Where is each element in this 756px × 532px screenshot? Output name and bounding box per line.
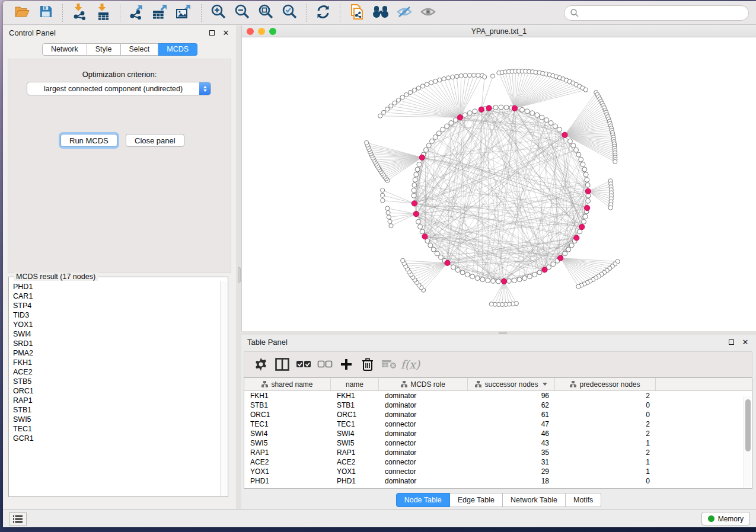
mcds-result-item[interactable]: YOX1 [13, 320, 219, 329]
leaf-node[interactable] [408, 90, 412, 94]
select-all-columns-button[interactable] [293, 354, 314, 374]
table-cell[interactable]: connector [379, 467, 468, 476]
table-cell[interactable]: YOX1 [244, 467, 331, 476]
mcds-result-item[interactable]: STB5 [13, 377, 219, 386]
ring-node[interactable] [455, 268, 460, 273]
zoom-in-button[interactable] [208, 4, 228, 23]
ring-node[interactable] [486, 278, 490, 283]
table-cell[interactable]: 0 [555, 400, 656, 410]
leaf-node[interactable] [381, 110, 385, 114]
leaf-node[interactable] [472, 73, 476, 77]
add-column-button[interactable] [336, 354, 357, 374]
table-cell[interactable]: 62 [468, 400, 555, 410]
table-cell[interactable]: 1 [555, 438, 656, 448]
ring-node[interactable] [522, 275, 527, 280]
leaf-node[interactable] [490, 74, 495, 78]
ring-node[interactable] [417, 162, 422, 166]
leaf-node[interactable] [446, 76, 450, 80]
show-all-button[interactable] [418, 4, 438, 23]
table-cell[interactable]: 0 [555, 410, 656, 419]
ring-node[interactable] [576, 152, 581, 157]
table-cell[interactable]: SWI5 [331, 438, 379, 448]
ring-node[interactable] [548, 121, 553, 126]
leaf-node[interactable] [483, 75, 487, 79]
table-cell[interactable]: ACE2 [331, 457, 379, 467]
splitter-handle[interactable] [499, 332, 507, 334]
table-cell[interactable]: SWI4 [244, 429, 331, 438]
ring-node[interactable] [423, 148, 428, 152]
mcds-result-item[interactable]: SWI4 [13, 329, 219, 339]
table-cell[interactable]: 47 [468, 419, 555, 429]
table-row[interactable]: SWI5SWI5connector431 [244, 438, 752, 448]
splitter-handle[interactable] [238, 267, 241, 283]
ring-node[interactable] [520, 107, 525, 112]
close-panel-button[interactable]: ✕ [741, 337, 750, 347]
ring-node[interactable] [426, 143, 431, 148]
tab-style[interactable]: Style [87, 43, 121, 56]
table-cell[interactable]: dominator [379, 391, 468, 400]
table-settings-button[interactable] [250, 354, 272, 374]
table-row[interactable]: YOX1YOX1connector291 [244, 467, 752, 476]
refresh-button[interactable] [313, 4, 333, 23]
leaf-node[interactable] [583, 88, 588, 92]
mcds-result-item[interactable]: STP4 [13, 301, 219, 310]
ring-node[interactable] [569, 243, 574, 248]
ring-node[interactable] [551, 262, 556, 267]
mcds-hub-node[interactable] [585, 188, 591, 194]
ring-node[interactable] [580, 162, 585, 166]
leaf-node[interactable] [386, 210, 390, 214]
zoom-selected-button[interactable] [279, 4, 299, 23]
leaf-node[interactable] [451, 75, 455, 79]
ring-node[interactable] [433, 134, 438, 139]
vertical-splitter[interactable] [237, 25, 241, 509]
table-cell[interactable]: ORC1 [331, 410, 379, 419]
ring-node[interactable] [467, 111, 472, 116]
column-header-MCDS-role[interactable]: MCDS role [379, 378, 468, 390]
ring-node[interactable] [525, 109, 529, 114]
open-button[interactable] [12, 4, 32, 23]
import-network-button[interactable] [69, 4, 90, 23]
table-cell[interactable]: FKH1 [331, 391, 379, 400]
mcds-result-item[interactable]: TEC1 [13, 424, 219, 434]
ring-node[interactable] [480, 277, 485, 282]
leaf-node[interactable] [459, 73, 463, 78]
leaf-node[interactable] [412, 88, 416, 92]
leaf-node[interactable] [576, 284, 580, 289]
ring-node[interactable] [493, 105, 498, 110]
mcds-hub-node[interactable] [412, 201, 417, 206]
leaf-node[interactable] [404, 92, 409, 97]
mcds-result-item[interactable]: GCR1 [13, 434, 219, 443]
leaf-node[interactable] [438, 78, 442, 82]
close-panel-button[interactable]: ✕ [221, 28, 231, 37]
ring-node[interactable] [527, 274, 532, 279]
leaf-node[interactable] [463, 73, 467, 78]
ring-node[interactable] [540, 115, 544, 120]
clear-column-selection-button[interactable] [314, 354, 336, 374]
table-cell[interactable]: 46 [468, 429, 555, 438]
sort-chevron-icon[interactable] [543, 383, 547, 386]
search-network-button[interactable] [371, 4, 391, 23]
zoom-out-button[interactable] [232, 4, 252, 23]
ring-node[interactable] [512, 278, 516, 283]
minimize-window-icon[interactable] [258, 28, 265, 35]
leaf-node[interactable] [489, 302, 493, 306]
mcds-hub-node[interactable] [574, 235, 579, 241]
ring-node[interactable] [418, 225, 423, 229]
table-row[interactable]: ORC1ORC1dominator610 [244, 410, 752, 419]
memory-button[interactable]: Memory [701, 512, 750, 525]
mcds-hub-node[interactable] [486, 105, 492, 111]
table-cell[interactable]: SWI4 [331, 429, 379, 438]
table-cell[interactable]: RAP1 [244, 448, 331, 457]
table-cell[interactable]: PHD1 [331, 476, 379, 486]
search-input[interactable] [582, 9, 742, 17]
mcds-result-item[interactable]: PHD1 [13, 282, 219, 291]
ring-node[interactable] [583, 214, 588, 219]
table-cell[interactable]: TEC1 [331, 419, 379, 429]
ring-node[interactable] [431, 247, 436, 252]
tab-edge-table[interactable]: Edge Table [450, 493, 503, 507]
tab-motifs[interactable]: Motifs [566, 493, 601, 507]
table-cell[interactable]: 2 [555, 391, 656, 400]
leaf-node[interactable] [378, 114, 382, 118]
mcds-hub-node[interactable] [479, 107, 484, 112]
mcds-hub-node[interactable] [542, 267, 547, 273]
